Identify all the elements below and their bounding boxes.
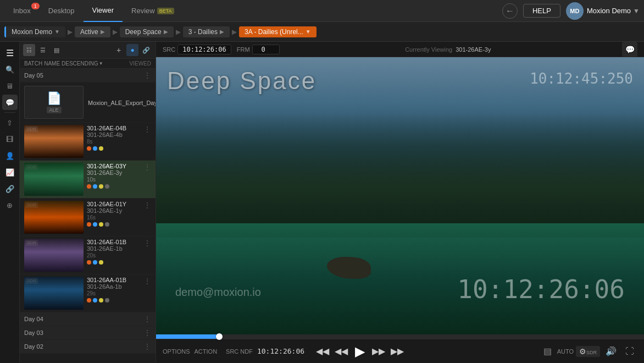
chat-icon[interactable]: 💬 [2,95,18,110]
clip-thumb-4: SDR [24,277,84,310]
clip-menu-1[interactable]: ⋮ [143,163,151,172]
review-label: Review [131,7,155,15]
dot-gray-4 [105,298,109,302]
grid-icon[interactable]: ⊕ [2,197,18,213]
breadcrumb-batch[interactable]: 3 - Dailies ▶ [183,26,230,37]
clip-dur-3: 20s [87,252,143,258]
add-item-btn[interactable]: + [113,44,125,56]
video-timecode-overlay: 10:12:26:06 [457,274,625,304]
back-button[interactable]: ← [502,3,518,19]
day-05-menu[interactable]: ⋮ [143,71,151,80]
user-menu-button[interactable]: ▼ [633,7,640,15]
desktop-label: Desktop [48,7,75,15]
film-icon[interactable]: 🎞 [2,131,18,147]
help-button[interactable]: HELP [523,4,560,18]
sort-name-btn[interactable]: NAME [44,61,60,67]
breadcrumb-project[interactable]: Moxion Demo ▼ [4,26,65,37]
dot-blue-3 [93,260,97,265]
batch-chevron-icon: ▶ [220,29,224,35]
file-name: Moxion_ALE_Export_Day01 [88,100,156,106]
dot-yellow-1 [99,184,103,189]
clip-dur-1: 10s [87,177,143,183]
clip-item-3[interactable]: SDR 301-26AE-01B 301-26AE-1b 20s ⋮ [20,237,156,274]
dot-orange [87,146,91,151]
clip-item-2[interactable]: SDR 301-26AE-01Y 301-26AE-1y 16s ⋮ [20,199,156,237]
viewer-label: Viewer [92,6,114,14]
dot-blue-4 [93,298,97,302]
clip-menu-2[interactable]: ⋮ [143,201,151,210]
video-email-overlay: demo@moxion.io [175,286,261,299]
file-item-ale[interactable]: 📄 ALE Moxion_ALE_Export_Day01 ⋮ [20,82,156,123]
volume-button[interactable]: 🔊 [602,345,620,358]
clip-thumb-1: SDR [24,163,84,196]
clip-menu-3[interactable]: ⋮ [143,239,151,248]
breadcrumb-current[interactable]: 3A - Dailies (Unrel... ▼ [239,26,317,37]
day-03-menu[interactable]: ⋮ [143,328,151,337]
dot-orange-1 [87,184,91,189]
breadcrumb-location[interactable]: Deep Space ▶ [120,26,174,37]
sort-order-btn[interactable]: DESCENDING▼ [62,61,103,67]
fast-forward-button[interactable]: ▶▶ [369,345,388,358]
chat-panel-icon[interactable]: 💬 [622,42,637,57]
inbox-badge: 1 [31,3,40,9]
watermark-timecode: 10:12:45:250 [530,70,633,87]
tab-desktop[interactable]: Desktop [40,0,84,22]
camera-button[interactable]: ▤ [540,345,555,358]
dot-orange-4 [87,298,91,302]
video-player: Deep Space 10:12:45:250 10:12:26:06 demo… [156,57,644,334]
skip-back-button[interactable]: ◀◀ [313,345,332,358]
day-04-menu[interactable]: ⋮ [143,315,151,323]
dot-blue [93,146,97,151]
tab-review[interactable]: Review BETA [123,0,182,22]
src-ndf-label: SRC NDF [226,348,253,355]
upload-icon[interactable]: ⇧ [2,115,18,130]
dot-orange-3 [87,260,91,265]
sort-viewed-label: VIEWED [130,61,151,67]
link-btn[interactable]: 🔗 [140,44,152,56]
day-header-05[interactable]: Day 05 ⋮ [20,69,156,82]
sort-batch-btn[interactable]: BATCH [24,61,42,67]
day-02-menu[interactable]: ⋮ [143,342,151,351]
day-header-03[interactable]: Day 03 ⋮ [20,326,156,340]
clip-menu-0[interactable]: ⋮ [143,125,151,134]
grid-view-btn[interactable]: ▤ [51,44,63,56]
tag-btn[interactable]: ● [126,44,138,56]
clip-dur-2: 16s [87,215,143,221]
skip-forward-button[interactable]: ▶▶ [388,345,407,358]
watermark-title: Deep Space [167,67,317,95]
breadcrumb-status[interactable]: Active ▶ [75,26,110,37]
settings-button[interactable]: ⚙SDR [576,346,600,357]
clip-item-1[interactable]: SDR 301-26AE-03Y 301-26AE-3y 10s ⋮ [20,161,156,199]
day-03-label: Day 03 [24,329,143,336]
auto-label[interactable]: AUTO [557,348,574,355]
user-avatar: MD [566,2,584,20]
batch-view-btn[interactable]: ☷ [23,44,35,56]
options-label[interactable]: OPTIONS [163,348,190,355]
analytics-icon[interactable]: 📈 [2,164,18,180]
tab-viewer[interactable]: Viewer [84,0,123,22]
clip-thumb-0: SDR [24,125,84,158]
dot-gray-1 [105,184,109,189]
play-button[interactable]: ▶ [351,343,369,360]
clip-item-4[interactable]: SDR 301-26AA-01B 301-26Aa-1b 29s ⋮ [20,274,156,312]
link-icon[interactable]: 🔗 [2,181,18,196]
person-icon[interactable]: 👤 [2,148,18,163]
day-header-02[interactable]: Day 02 ⋮ [20,340,156,354]
playback-scrubber[interactable] [156,334,644,339]
hamburger-icon[interactable]: ☰ [2,45,18,61]
clip-item-0[interactable]: SDR 301-26AE-04B 301-26AE-4b 8s ⋮ [20,123,156,161]
user-name: Moxion Demo [587,7,631,15]
monitor-icon[interactable]: 🖥 [2,78,18,94]
rewind-button[interactable]: ◀◀ [332,345,351,358]
clip-name-2: 301-26AE-01Y [87,201,143,207]
tab-inbox[interactable]: Inbox 1 [4,0,40,22]
location-chevron-icon: ▶ [164,29,168,35]
clip-menu-4[interactable]: ⋮ [143,277,151,285]
day-header-04[interactable]: Day 04 ⋮ [20,312,156,326]
list-view-btn[interactable]: ☰ [37,44,49,56]
fullscreen-button[interactable]: ⛶ [622,345,637,358]
action-label[interactable]: ACTION [195,348,218,355]
search-icon[interactable]: 🔍 [2,62,18,77]
inbox-label: Inbox [13,7,31,15]
dot-blue-1 [93,184,97,189]
